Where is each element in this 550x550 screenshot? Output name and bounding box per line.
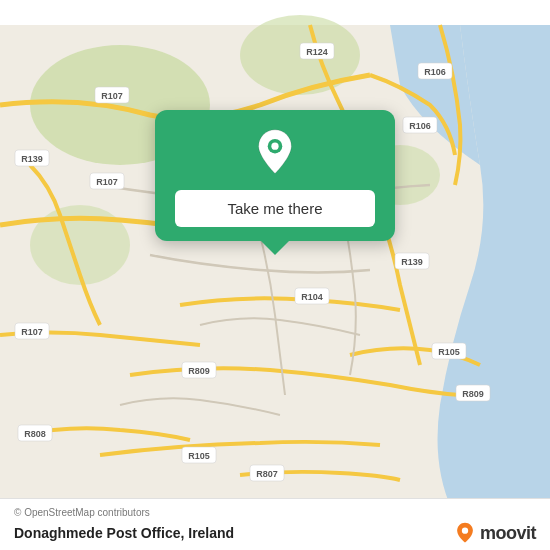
svg-text:R809: R809 xyxy=(462,389,484,399)
svg-text:R107: R107 xyxy=(101,91,123,101)
location-card: Take me there xyxy=(155,110,395,241)
svg-text:R107: R107 xyxy=(96,177,118,187)
map-attribution: © OpenStreetMap contributors xyxy=(14,507,536,518)
svg-text:R139: R139 xyxy=(21,154,43,164)
svg-text:R107: R107 xyxy=(21,327,43,337)
svg-point-38 xyxy=(462,528,468,534)
svg-point-37 xyxy=(271,143,278,150)
svg-text:R104: R104 xyxy=(301,292,323,302)
take-me-there-button[interactable]: Take me there xyxy=(175,190,375,227)
moovit-pin-icon xyxy=(454,522,476,544)
location-pin-icon xyxy=(250,128,300,178)
moovit-logo: moovit xyxy=(454,522,536,544)
bottom-bar: © OpenStreetMap contributors Donaghmede … xyxy=(0,498,550,550)
moovit-brand-text: moovit xyxy=(480,523,536,544)
svg-text:R124: R124 xyxy=(306,47,328,57)
svg-text:R809: R809 xyxy=(188,366,210,376)
map-background: R107 R124 R106 R107 R139 R139 R106 R107 … xyxy=(0,0,550,550)
svg-text:R106: R106 xyxy=(409,121,431,131)
svg-text:R105: R105 xyxy=(438,347,460,357)
svg-text:R105: R105 xyxy=(188,451,210,461)
map-container: R107 R124 R106 R107 R139 R139 R106 R107 … xyxy=(0,0,550,550)
svg-text:R139: R139 xyxy=(401,257,423,267)
location-name: Donaghmede Post Office, Ireland xyxy=(14,525,234,541)
svg-text:R807: R807 xyxy=(256,469,278,479)
svg-text:R106: R106 xyxy=(424,67,446,77)
svg-text:R808: R808 xyxy=(24,429,46,439)
bottom-info: Donaghmede Post Office, Ireland moovit xyxy=(14,522,536,544)
